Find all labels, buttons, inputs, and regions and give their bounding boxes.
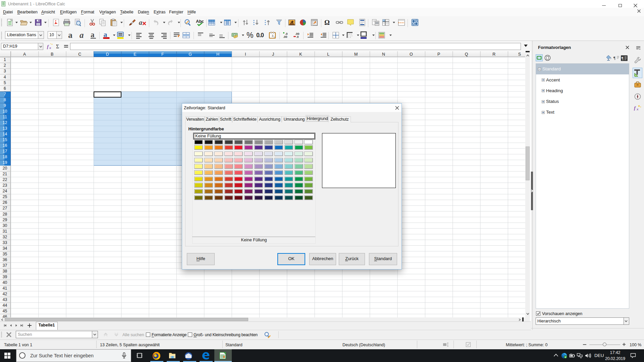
svg-text:x: x [636,107,639,111]
svg-text:.00: .00 [283,35,287,39]
svg-text:0.0: 0.0 [256,32,264,39]
svg-text:.0: .0 [296,35,299,39]
svg-text:Ω: Ω [324,19,330,26]
svg-text:3: 3 [272,34,273,38]
svg-text:x: x [49,46,51,50]
svg-text:a: a [139,19,142,26]
svg-text:f: f [47,44,49,49]
svg-text:%: % [247,31,253,39]
svg-text:¶: ¶ [613,55,615,60]
svg-text:¶: ¶ [622,56,624,61]
svg-text:Σ: Σ [56,44,59,49]
svg-text:f: f [634,105,636,111]
svg-text:a: a [91,31,95,39]
svg-text:a: a [79,31,84,39]
svg-text:a: a [68,31,72,39]
